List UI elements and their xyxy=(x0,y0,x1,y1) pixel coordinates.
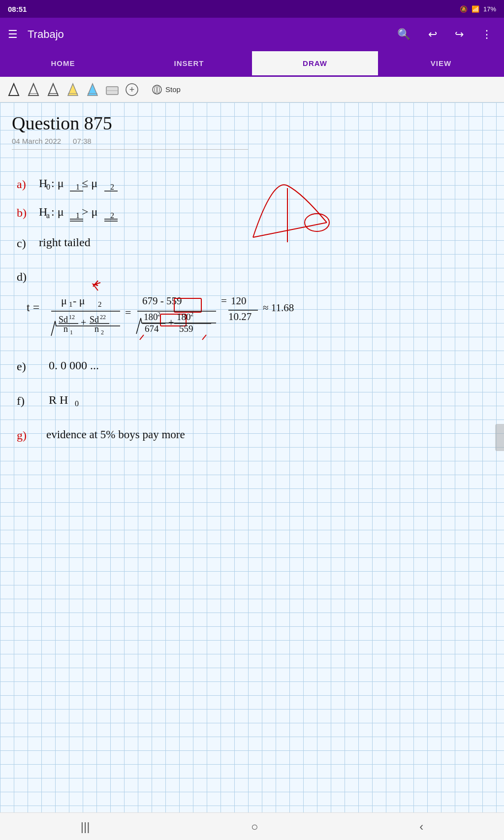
svg-text:+: + xyxy=(168,317,174,328)
svg-text:0. 0 000 ...: 0. 0 000 ... xyxy=(49,359,99,372)
status-icons: 🔕 📶 17% xyxy=(460,5,496,13)
svg-marker-0 xyxy=(9,84,19,96)
svg-text:180: 180 xyxy=(144,312,158,322)
note-date: 04 March 2022 xyxy=(12,137,61,145)
tab-home[interactable]: HOME xyxy=(0,51,126,77)
svg-text:g): g) xyxy=(17,429,27,442)
svg-text:: μ: : μ xyxy=(51,177,64,190)
svg-text:Sd: Sd xyxy=(90,315,99,324)
scroll-handle[interactable] xyxy=(495,424,504,451)
svg-text:a): a) xyxy=(17,178,26,191)
svg-text:2: 2 xyxy=(72,314,75,321)
bottom-nav: ||| ○ ‹ xyxy=(0,812,504,840)
status-bar: 08:51 🔕 📶 17% xyxy=(0,0,504,18)
svg-text:e): e) xyxy=(17,360,26,373)
note-time: 07:38 xyxy=(73,137,92,145)
redo-button[interactable]: ↪ xyxy=(451,26,468,43)
battery-text: 17% xyxy=(483,5,496,13)
svg-text:f): f) xyxy=(17,394,25,407)
more-button[interactable]: ⋮ xyxy=(477,26,496,43)
svg-text:a: a xyxy=(46,211,50,220)
svg-text:0: 0 xyxy=(75,399,79,408)
silent-icon: 🔕 xyxy=(460,5,468,13)
pen-tool-1[interactable] xyxy=(6,82,22,97)
app-title: Trabajo xyxy=(28,28,383,41)
eraser-tool[interactable] xyxy=(104,82,120,97)
svg-text:> μ: > μ xyxy=(82,205,97,218)
recents-button[interactable]: ||| xyxy=(71,816,100,838)
status-time: 08:51 xyxy=(8,5,27,13)
svg-text:2: 2 xyxy=(110,183,114,191)
svg-text:1: 1 xyxy=(76,211,80,220)
svg-text:evidence at 5% boys pay more: evidence at 5% boys pay more xyxy=(46,428,185,441)
undo-button[interactable]: ↩ xyxy=(424,26,441,43)
svg-text:2: 2 xyxy=(110,211,114,220)
svg-text:≤ μ: ≤ μ xyxy=(82,177,97,190)
svg-text:R H: R H xyxy=(49,393,68,406)
svg-text:b): b) xyxy=(17,206,27,219)
stop-icon xyxy=(152,84,162,95)
svg-text:right tailed: right tailed xyxy=(39,236,91,249)
svg-text:1: 1 xyxy=(70,329,73,336)
note-meta: 04 March 2022 07:38 xyxy=(12,137,248,150)
svg-text:=: = xyxy=(125,306,131,319)
svg-text:1: 1 xyxy=(76,183,80,191)
search-button[interactable]: 🔍 xyxy=(393,26,414,43)
stop-button[interactable]: Stop xyxy=(148,82,185,97)
svg-text:μ: μ xyxy=(61,294,67,307)
draw-toolbar: + Stop xyxy=(0,77,504,102)
pen-tool-2[interactable] xyxy=(26,82,41,97)
svg-line-37 xyxy=(253,223,327,237)
menu-icon[interactable]: ☰ xyxy=(8,28,18,41)
tab-bar: HOME INSERT DRAW VIEW xyxy=(0,51,504,77)
title-bar: ☰ Trabajo 🔍 ↩ ↪ ⋮ xyxy=(0,18,504,51)
back-button[interactable]: ‹ xyxy=(410,816,433,838)
home-button[interactable]: ○ xyxy=(241,816,268,838)
svg-text:≈ 11.68: ≈ 11.68 xyxy=(263,302,294,314)
svg-text:: μ: : μ xyxy=(51,205,64,218)
add-tool[interactable]: + xyxy=(124,82,140,97)
stop-label: Stop xyxy=(165,85,181,94)
note-title: Question 875 xyxy=(12,112,492,134)
svg-text:n: n xyxy=(63,324,68,334)
svg-text:679 - 559: 679 - 559 xyxy=(142,295,182,307)
tab-view[interactable]: VIEW xyxy=(378,51,504,77)
svg-text:2: 2 xyxy=(98,300,102,308)
svg-text:120: 120 xyxy=(231,295,247,307)
note-content-area[interactable]: Question 875 04 March 2022 07:38 a) H 0 … xyxy=(0,102,504,816)
svg-text:d): d) xyxy=(17,270,27,283)
svg-text:2: 2 xyxy=(101,329,104,336)
pen-tool-3[interactable] xyxy=(45,82,61,97)
svg-text:+: + xyxy=(129,85,135,95)
svg-text:559: 559 xyxy=(179,323,193,334)
svg-text:180: 180 xyxy=(177,312,191,322)
tab-draw[interactable]: DRAW xyxy=(252,51,378,77)
tab-insert[interactable]: INSERT xyxy=(126,51,252,77)
wifi-icon: 📶 xyxy=(472,5,479,13)
svg-text:2: 2 xyxy=(190,311,193,318)
svg-text:674: 674 xyxy=(145,323,159,334)
svg-text:- μ: - μ xyxy=(73,294,85,307)
svg-text:Sd: Sd xyxy=(59,315,68,324)
handwritten-content: a) H 0 : μ 1 ≤ μ 2 b) H a : μ 1 > μ 2 xyxy=(12,159,494,749)
highlighter-tool-2[interactable] xyxy=(85,82,100,97)
svg-text:0: 0 xyxy=(46,183,50,191)
svg-text:10.27: 10.27 xyxy=(228,311,252,323)
svg-text:c): c) xyxy=(17,237,26,250)
svg-text:2: 2 xyxy=(103,314,106,321)
svg-text:n: n xyxy=(94,324,99,334)
svg-text:+: + xyxy=(81,317,86,328)
svg-text:t =: t = xyxy=(27,301,39,314)
highlighter-tool-1[interactable] xyxy=(65,82,81,97)
svg-text:1: 1 xyxy=(69,300,73,308)
svg-text:=: = xyxy=(221,295,227,307)
